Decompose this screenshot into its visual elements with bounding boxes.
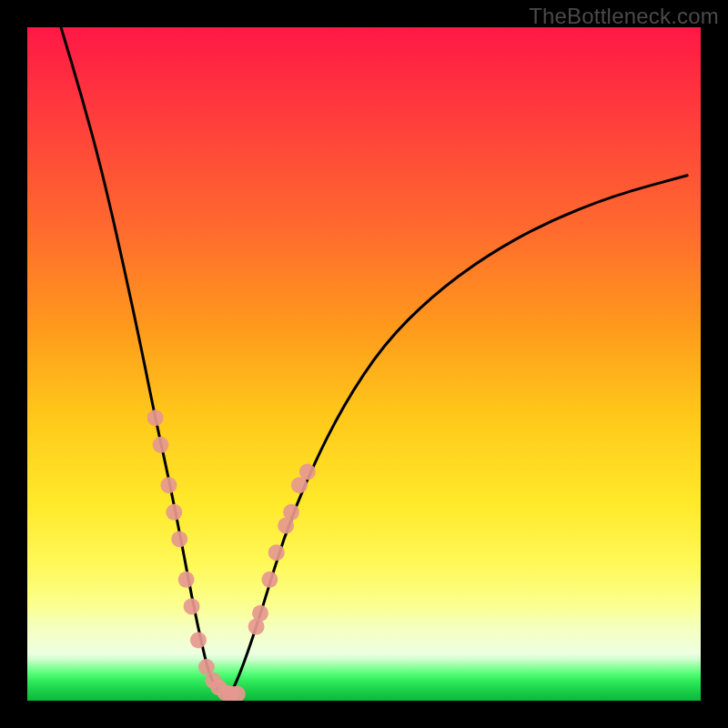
data-marker [283,504,299,521]
data-marker [299,463,316,480]
data-marker [184,598,200,614]
curve-right [229,176,687,698]
curve-left [61,27,229,697]
curve-left-group [61,27,229,697]
data-marker [178,571,195,588]
data-marker [268,544,285,561]
watermark-text: TheBottleneck.com [529,4,719,29]
data-marker [261,571,278,588]
data-marker [171,531,187,547]
chart-frame: TheBottleneck.com [0,0,728,728]
markers-right [248,463,316,634]
data-marker [252,605,268,622]
data-marker [153,437,169,453]
chart-svg [27,27,701,701]
data-marker [190,632,207,648]
data-marker [147,410,164,426]
data-marker [160,477,177,493]
data-marker [166,504,182,521]
curve-right-group [229,176,687,698]
plot-area [27,27,701,701]
